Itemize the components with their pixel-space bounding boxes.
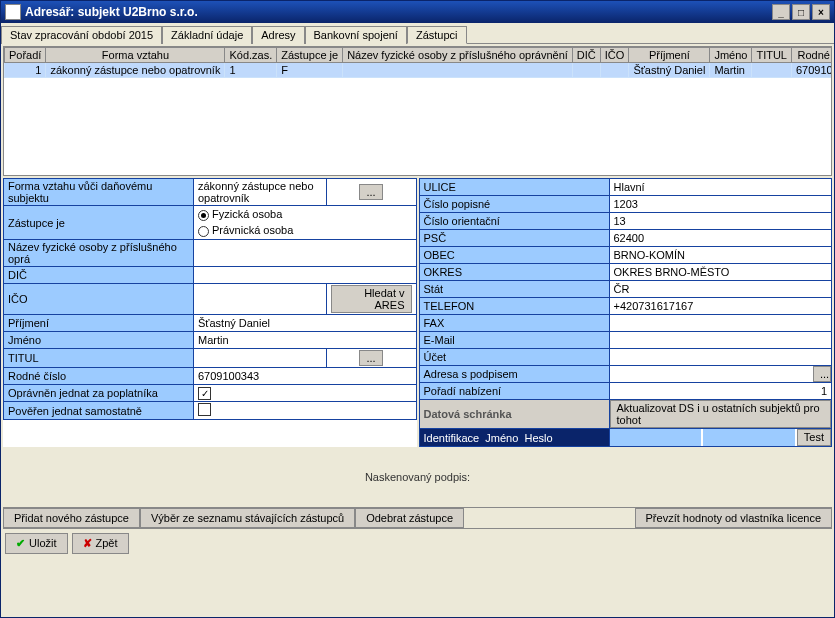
poradi-value[interactable]: 1 bbox=[609, 383, 832, 400]
ds-cols: Identifikace Jméno Heslo bbox=[419, 429, 609, 447]
nazev-label: Název fyzické osoby z příslušného oprá bbox=[4, 240, 194, 267]
titlebar: Adresář: subjekt U2Brno s.r.o. _ □ × bbox=[1, 1, 834, 23]
prijmeni-value[interactable]: Šťastný Daniel bbox=[194, 315, 417, 332]
nazev-value[interactable] bbox=[194, 240, 417, 267]
col-poradi[interactable]: Pořadí bbox=[5, 48, 46, 63]
fax-label: FAX bbox=[419, 315, 609, 332]
cell-nazev[interactable] bbox=[343, 63, 573, 78]
forma-browse-button[interactable]: ... bbox=[359, 184, 382, 200]
opravnen-checkbox[interactable]: ✓ bbox=[198, 387, 211, 400]
ds-col-jmeno: Jméno bbox=[485, 432, 518, 444]
tel-value[interactable]: +420731617167 bbox=[609, 298, 832, 315]
prevzit-button[interactable]: Převzít hodnoty od vlastníka licence bbox=[635, 508, 832, 528]
radio-fyzicka-label: Fyzická osoba bbox=[212, 208, 282, 220]
tab-zastupci[interactable]: Zástupci bbox=[407, 26, 467, 44]
hledat-ares-button[interactable]: Hledat v ARES bbox=[331, 285, 412, 313]
jmeno-value[interactable]: Martin bbox=[194, 332, 417, 349]
grid-row[interactable]: 1 zákonný zástupce nebo opatrovník 1 F Š… bbox=[5, 63, 833, 78]
maximize-button[interactable]: □ bbox=[792, 4, 810, 20]
cell-titul[interactable] bbox=[752, 63, 792, 78]
cell-rc[interactable]: 6709100343 bbox=[791, 63, 832, 78]
app-icon bbox=[5, 4, 21, 20]
co-label: Číslo orientační bbox=[419, 213, 609, 230]
zpet-button[interactable]: ✘Zpět bbox=[72, 533, 129, 554]
forma-label: Forma vztahu vůči daňovému subjektu bbox=[4, 179, 194, 206]
titul-value[interactable] bbox=[194, 349, 327, 368]
okres-label: OKRES bbox=[419, 264, 609, 281]
ds-field-2[interactable] bbox=[703, 429, 795, 446]
radio-pravnicka[interactable] bbox=[198, 226, 209, 237]
x-icon: ✘ bbox=[83, 537, 92, 549]
prijmeni-label: Příjmení bbox=[4, 315, 194, 332]
ico-value[interactable] bbox=[194, 284, 327, 315]
tab-zakladni[interactable]: Základní údaje bbox=[162, 26, 252, 44]
col-zastupce[interactable]: Zástupce je bbox=[277, 48, 343, 63]
cell-zastupce[interactable]: F bbox=[277, 63, 343, 78]
psc-label: PSČ bbox=[419, 230, 609, 247]
col-dic[interactable]: DIČ bbox=[572, 48, 600, 63]
dic-value[interactable] bbox=[194, 267, 417, 284]
cell-jmeno[interactable]: Martin bbox=[710, 63, 752, 78]
cell-poradi[interactable]: 1 bbox=[5, 63, 46, 78]
col-jmeno[interactable]: Jméno bbox=[710, 48, 752, 63]
tab-adresy[interactable]: Adresy bbox=[252, 26, 304, 44]
col-prijmeni[interactable]: Příjmení bbox=[629, 48, 710, 63]
tab-bankovni[interactable]: Bankovní spojení bbox=[305, 26, 407, 44]
col-kodzas[interactable]: Kód.zas. bbox=[225, 48, 277, 63]
odebrat-zastupce-button[interactable]: Odebrat zástupce bbox=[355, 508, 464, 528]
fax-value[interactable] bbox=[609, 315, 832, 332]
col-titul[interactable]: TITUL bbox=[752, 48, 792, 63]
col-nazev[interactable]: Název fyzické osoby z příslušného oprávn… bbox=[343, 48, 573, 63]
jmeno-label: Jméno bbox=[4, 332, 194, 349]
grid[interactable]: Pořadí Forma vztahu Kód.zas. Zástupce je… bbox=[3, 46, 832, 176]
zastupce-label: Zástupce je bbox=[4, 206, 194, 240]
cell-ico[interactable] bbox=[600, 63, 629, 78]
ucet-value[interactable] bbox=[609, 349, 832, 366]
adresa-podpis-value[interactable] bbox=[610, 366, 814, 382]
window-title: Adresář: subjekt U2Brno s.r.o. bbox=[25, 5, 198, 19]
poveren-checkbox[interactable] bbox=[198, 403, 211, 416]
cell-prijmeni[interactable]: Šťastný Daniel bbox=[629, 63, 710, 78]
cell-forma[interactable]: zákonný zástupce nebo opatrovník bbox=[46, 63, 225, 78]
close-button[interactable]: × bbox=[812, 4, 830, 20]
obec-label: OBEC bbox=[419, 247, 609, 264]
adresa-podpis-browse-button[interactable]: ... bbox=[813, 366, 831, 382]
left-panel: Forma vztahu vůči daňovému subjektu záko… bbox=[3, 178, 417, 447]
vyber-zastupce-button[interactable]: Výběr ze seznamu stávajících zástupců bbox=[140, 508, 355, 528]
psc-value[interactable]: 62400 bbox=[609, 230, 832, 247]
rc-label: Rodné číslo bbox=[4, 368, 194, 385]
email-value[interactable] bbox=[609, 332, 832, 349]
forma-value[interactable]: zákonný zástupce nebo opatrovník bbox=[194, 179, 327, 206]
tabbar: Stav zpracování období 2015 Základní úda… bbox=[1, 23, 834, 44]
cell-dic[interactable] bbox=[572, 63, 600, 78]
radio-fyzicka[interactable] bbox=[198, 210, 209, 221]
email-label: E-Mail bbox=[419, 332, 609, 349]
forma-text: zákonný zástupce nebo opatrovník bbox=[198, 180, 314, 204]
ulice-value[interactable]: Hlavní bbox=[609, 179, 832, 196]
stat-label: Stát bbox=[419, 281, 609, 298]
poradi-label: Pořadí nabízení bbox=[419, 383, 609, 400]
minimize-button[interactable]: _ bbox=[772, 4, 790, 20]
cp-value[interactable]: 1203 bbox=[609, 196, 832, 213]
titul-browse-button[interactable]: ... bbox=[359, 350, 382, 366]
ds-field-1[interactable] bbox=[610, 429, 702, 446]
ds-test-button[interactable]: Test bbox=[797, 429, 831, 446]
tab-stav[interactable]: Stav zpracování období 2015 bbox=[1, 26, 162, 44]
cell-kodzas[interactable]: 1 bbox=[225, 63, 277, 78]
titul-label: TITUL bbox=[4, 349, 194, 368]
ulozit-button[interactable]: ✔Uložit bbox=[5, 533, 68, 554]
col-forma[interactable]: Forma vztahu bbox=[46, 48, 225, 63]
stat-value[interactable]: ČR bbox=[609, 281, 832, 298]
rc-value[interactable]: 6709100343 bbox=[194, 368, 417, 385]
ds-aktualizovat-button[interactable]: Aktualizovat DS i u ostatních subjektů p… bbox=[610, 400, 832, 428]
col-rc[interactable]: Rodné číslo bbox=[791, 48, 832, 63]
co-value[interactable]: 13 bbox=[609, 213, 832, 230]
okres-value[interactable]: OKRES BRNO-MĚSTO bbox=[609, 264, 832, 281]
add-zastupce-button[interactable]: Přidat nového zástupce bbox=[3, 508, 140, 528]
obec-value[interactable]: BRNO-KOMÍN bbox=[609, 247, 832, 264]
signature-label: Naskenovaný podpis: bbox=[365, 471, 470, 483]
col-ico[interactable]: IČO bbox=[600, 48, 629, 63]
action-bar: Přidat nového zástupce Výběr ze seznamu … bbox=[3, 507, 832, 529]
ico-label: IČO bbox=[4, 284, 194, 315]
ds-heading: Datová schránka bbox=[419, 400, 609, 429]
